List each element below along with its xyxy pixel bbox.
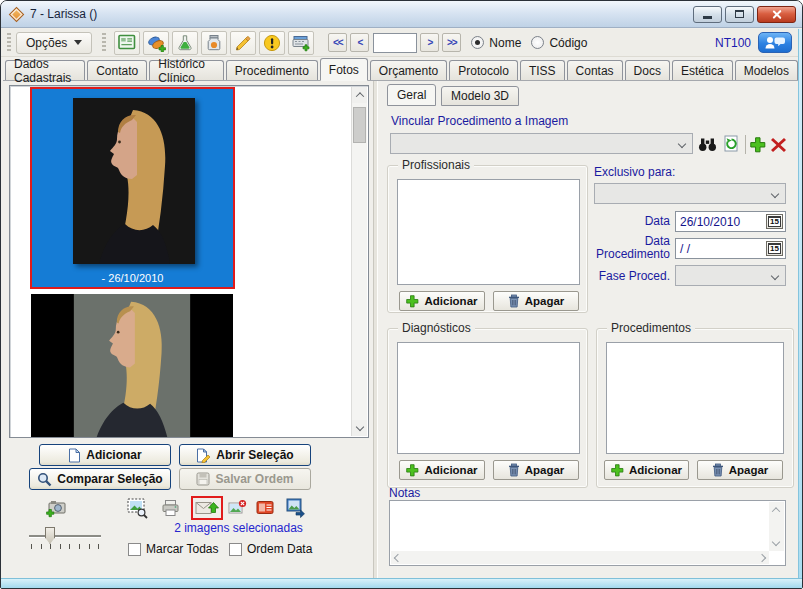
data-calendar-button[interactable]: 15 (766, 214, 783, 229)
photo-list-scrollbar[interactable] (351, 87, 367, 436)
camera-add-button[interactable] (46, 498, 68, 518)
maximize-button[interactable] (725, 6, 754, 23)
scrollbar-thumb[interactable] (353, 107, 366, 143)
jar-button[interactable] (201, 31, 227, 55)
toolbar: Opções << < > >> Nome (1, 29, 802, 57)
chevron-down-icon (74, 40, 82, 45)
procedimentos-adicionar-button[interactable]: Adicionar (604, 460, 689, 480)
tab-estetica[interactable]: Estética (672, 60, 733, 80)
radio-codigo[interactable] (531, 36, 544, 49)
maximize-icon (735, 10, 744, 18)
ordem-data-checkbox[interactable] (229, 543, 242, 556)
add-link-button[interactable] (750, 137, 766, 153)
close-icon (771, 9, 782, 20)
profissionais-adicionar-button[interactable]: Adicionar (399, 291, 485, 311)
options-button[interactable]: Opções (16, 32, 92, 54)
image-zoom-button[interactable] (127, 498, 148, 519)
adicionar-foto-button[interactable]: Adicionar (39, 444, 171, 466)
data-field[interactable]: 26/10/2010 15 (675, 211, 786, 232)
send-image-email-button[interactable] (195, 499, 219, 517)
nav-last-button[interactable]: >> (442, 33, 461, 52)
diagnosticos-apagar-button[interactable]: Apagar (493, 460, 579, 480)
data-label: Data (594, 215, 670, 228)
diagnosticos-adicionar-button[interactable]: Adicionar (399, 460, 485, 480)
close-button[interactable] (757, 6, 796, 23)
fase-combobox[interactable] (675, 265, 786, 286)
photo-thumbnail-selected[interactable]: - 26/10/2010 (30, 87, 235, 289)
radio-nome[interactable] (471, 36, 484, 49)
tab-orcamento[interactable]: Orçamento (370, 60, 447, 80)
minimize-button[interactable] (693, 6, 722, 23)
toolbar-grip[interactable] (7, 33, 11, 53)
record-number-input[interactable] (373, 33, 417, 53)
red-card-button[interactable] (256, 500, 274, 515)
tab-dados-cadastrais[interactable]: Dados Cadastrais (5, 60, 85, 80)
notas-vscrollbar[interactable] (769, 502, 784, 551)
toolbar-grip[interactable] (102, 33, 106, 53)
tab-geral[interactable]: Geral (387, 84, 436, 106)
flask-button[interactable] (172, 31, 198, 55)
marcar-todas-checkbox[interactable] (128, 543, 141, 556)
radio-codigo-label: Código (549, 36, 587, 50)
vincular-combobox[interactable] (390, 133, 693, 154)
save-icon (196, 472, 210, 486)
panel-splitter[interactable] (373, 81, 378, 578)
abrir-selecao-button[interactable]: Abrir Seleção (179, 444, 311, 466)
tab-tiss[interactable]: TISS (520, 60, 565, 80)
tab-historico-clinico[interactable]: Histórico Clínico (149, 60, 224, 80)
tab-modelo-3d[interactable]: Modelo 3D (441, 86, 519, 106)
salvar-ordem-button[interactable]: Salvar Ordem (179, 468, 311, 490)
photo-thumbnail-2[interactable] (31, 294, 233, 437)
pencil-icon (234, 34, 252, 52)
notas-label: Notas (389, 486, 420, 500)
exclusivo-combobox[interactable] (594, 183, 786, 204)
data-procedimento-field[interactable]: / / 15 (675, 238, 786, 259)
tab-modelos[interactable]: Modelos (735, 60, 798, 80)
refresh-document-button[interactable] (723, 135, 740, 153)
remove-link-button[interactable] (771, 138, 786, 152)
print-button[interactable] (161, 499, 180, 518)
document-edit-icon (196, 448, 211, 463)
tab-procedimento[interactable]: Procedimento (226, 60, 318, 80)
delete-image-button[interactable] (228, 499, 247, 517)
chevron-down-icon (355, 422, 363, 430)
search-binoculars-button[interactable] (698, 136, 717, 152)
x-delete-icon (771, 138, 786, 152)
refresh-document-icon (723, 135, 740, 153)
notas-textarea[interactable] (389, 500, 786, 566)
thumbnail-size-slider-track[interactable] (29, 535, 101, 538)
thumbnail-size-slider[interactable] (45, 527, 55, 544)
pills-add-icon (147, 34, 166, 52)
export-image-button[interactable] (286, 498, 306, 518)
nav-prev-button[interactable]: < (350, 33, 369, 52)
pills-button[interactable] (143, 31, 169, 55)
diagnosticos-list[interactable] (397, 342, 580, 454)
tab-protocolo[interactable]: Protocolo (449, 60, 518, 80)
comparar-selecao-button[interactable]: Comparar Seleção (29, 468, 171, 490)
patient-photo-1 (73, 98, 195, 264)
data-procedimento-calendar-button[interactable]: 15 (766, 241, 783, 256)
nav-next-button[interactable]: > (420, 33, 439, 52)
chat-button[interactable] (758, 32, 792, 53)
comparar-selecao-label: Comparar Seleção (57, 472, 162, 486)
adicionar-label: Adicionar (629, 464, 682, 476)
pencil-button[interactable] (230, 31, 256, 55)
chat-person-icon (763, 35, 787, 50)
nav-first-button[interactable]: << (328, 33, 347, 52)
procedimentos-apagar-button[interactable]: Apagar (697, 460, 783, 480)
chevron-down-icon (771, 271, 779, 279)
profissionais-apagar-button[interactable]: Apagar (493, 291, 579, 311)
tab-docs[interactable]: Docs (625, 60, 670, 80)
keyboard-add-button[interactable] (288, 31, 314, 55)
form-button[interactable] (114, 31, 140, 55)
tab-fotos[interactable]: Fotos (320, 58, 368, 81)
tab-contas[interactable]: Contas (567, 60, 623, 80)
notas-hscrollbar[interactable] (391, 551, 769, 564)
scroll-down-button[interactable] (352, 420, 367, 436)
procedimentos-list[interactable] (606, 342, 784, 454)
profissionais-list[interactable] (397, 179, 580, 285)
warning-button[interactable] (259, 31, 285, 55)
scroll-up-button[interactable] (352, 87, 367, 103)
tab-contato[interactable]: Contato (87, 60, 147, 80)
mail-send-icon (195, 499, 219, 517)
